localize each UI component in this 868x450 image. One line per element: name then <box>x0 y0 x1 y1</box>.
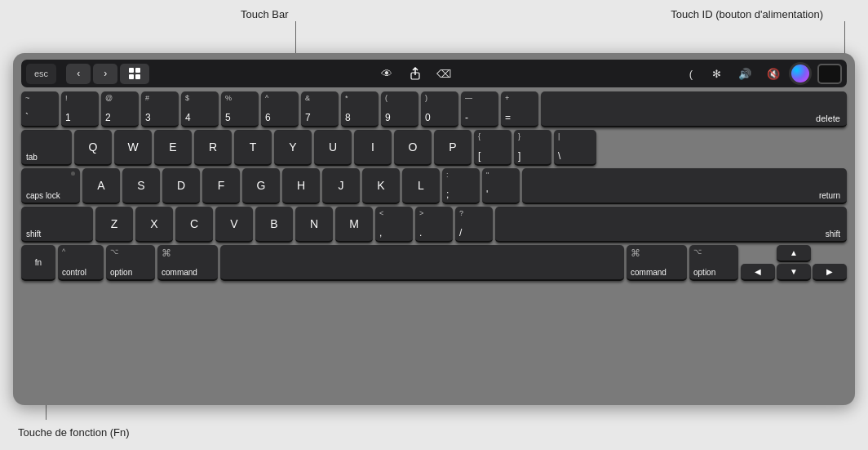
key-5[interactable]: % 5 <box>221 91 259 127</box>
tb-touchid-button[interactable] <box>817 64 842 84</box>
tb-back-icon[interactable]: ⌫ <box>431 64 457 84</box>
key-1[interactable]: ! 1 <box>61 91 99 127</box>
key-grave[interactable]: ~ ` <box>21 91 59 127</box>
key-delete[interactable]: delete <box>541 91 847 127</box>
tb-mute-icon[interactable]: 🔇 <box>760 64 786 84</box>
key-t[interactable]: T <box>234 130 272 166</box>
key-0[interactable]: ) 0 <box>421 91 458 127</box>
key-m[interactable]: M <box>335 207 373 243</box>
number-row: ~ ` ! 1 @ 2 # 3 $ 4 % 5 ^ 6 <box>21 91 847 127</box>
key-7[interactable]: & 7 <box>301 91 339 127</box>
key-a[interactable]: A <box>82 168 120 204</box>
keyboard-body: esc ‹ › 👁 ⌫ ( ✻ 🔊 🔇 ~ ` ! 1 <box>13 53 855 405</box>
tb-back-btn[interactable]: ‹ <box>66 64 91 84</box>
key-l[interactable]: L <box>402 168 440 204</box>
touch-id-label: Touch ID (bouton d'alimentation) <box>671 8 823 20</box>
key-q[interactable]: Q <box>74 130 112 166</box>
key-fn[interactable]: fn <box>21 245 55 281</box>
key-arrow-right[interactable]: ▶ <box>813 264 847 281</box>
zxcv-row: shift Z X C V B N M < , > . ? / shift <box>21 207 847 243</box>
key-option-right[interactable]: ⌥ option <box>689 245 738 281</box>
key-quote[interactable]: " ' <box>482 168 520 204</box>
key-arrow-down[interactable]: ▼ <box>777 264 811 281</box>
qwerty-row: tab Q W E R T Y U I O P { [ } ] | \ <box>21 130 847 166</box>
key-o[interactable]: O <box>394 130 432 166</box>
key-equals[interactable]: + = <box>501 91 538 127</box>
key-9[interactable]: ( 9 <box>381 91 418 127</box>
svg-rect-1 <box>135 68 140 73</box>
key-4[interactable]: $ 4 <box>181 91 219 127</box>
key-h[interactable]: H <box>282 168 320 204</box>
tb-chevron-icon[interactable]: ( <box>681 64 701 84</box>
tb-eye-icon[interactable]: 👁 <box>374 64 400 84</box>
key-r[interactable]: R <box>194 130 232 166</box>
key-3[interactable]: # 3 <box>141 91 179 127</box>
key-j[interactable]: J <box>322 168 360 204</box>
key-minus[interactable]: — - <box>461 91 498 127</box>
key-slash[interactable]: ? / <box>455 207 493 243</box>
tb-esc-key[interactable]: esc <box>26 64 56 84</box>
key-arrow-left[interactable]: ◀ <box>741 264 775 281</box>
tb-share-icon[interactable] <box>402 64 428 84</box>
key-y[interactable]: Y <box>274 130 312 166</box>
key-option-left[interactable]: ⌥ option <box>106 245 155 281</box>
bottom-row: fn ^ control ⌥ option ⌘ command ⌘ comman… <box>21 245 847 281</box>
key-arrow-up[interactable]: ▲ <box>777 245 811 262</box>
key-u[interactable]: U <box>314 130 352 166</box>
key-tab[interactable]: tab <box>21 130 72 166</box>
asdf-row: caps lock A S D F G H J K L : ; " ' retu… <box>21 168 847 204</box>
key-command-left[interactable]: ⌘ command <box>157 245 218 281</box>
key-2[interactable]: @ 2 <box>101 91 139 127</box>
key-shift-left[interactable]: shift <box>21 207 93 243</box>
key-6[interactable]: ^ 6 <box>261 91 299 127</box>
key-x[interactable]: X <box>135 207 173 243</box>
key-semicolon[interactable]: : ; <box>442 168 480 204</box>
key-return[interactable]: return <box>522 168 847 204</box>
key-c[interactable]: C <box>175 207 213 243</box>
key-g[interactable]: G <box>242 168 280 204</box>
key-n[interactable]: N <box>295 207 333 243</box>
key-e[interactable]: E <box>154 130 192 166</box>
key-p[interactable]: P <box>434 130 472 166</box>
key-control[interactable]: ^ control <box>58 245 104 281</box>
key-caps-lock[interactable]: caps lock <box>21 168 80 204</box>
key-period[interactable]: > . <box>415 207 453 243</box>
key-8[interactable]: * 8 <box>341 91 379 127</box>
arrow-keys-block: ▲ ◀ ▼ ▶ <box>741 245 847 281</box>
key-bracket-l[interactable]: { [ <box>474 130 512 166</box>
tb-app-switcher[interactable] <box>120 64 149 84</box>
key-k[interactable]: K <box>362 168 400 204</box>
key-i[interactable]: I <box>354 130 392 166</box>
touch-bar-annotation: Touch Bar <box>241 8 289 20</box>
key-w[interactable]: W <box>114 130 152 166</box>
key-s[interactable]: S <box>122 168 160 204</box>
touch-id-annotation: Touch ID (bouton d'alimentation) <box>671 8 823 20</box>
key-backslash[interactable]: | \ <box>554 130 596 166</box>
svg-rect-3 <box>135 74 140 79</box>
svg-rect-2 <box>129 74 134 79</box>
touch-bar: esc ‹ › 👁 ⌫ ( ✻ 🔊 🔇 <box>21 60 847 87</box>
key-comma[interactable]: < , <box>375 207 413 243</box>
tb-forward-btn[interactable]: › <box>93 64 117 84</box>
svg-rect-0 <box>129 68 134 73</box>
key-d[interactable]: D <box>162 168 200 204</box>
key-shift-right[interactable]: shift <box>495 207 847 243</box>
fn-label: Touche de fonction (Fn) <box>18 426 130 439</box>
tb-brightness-icon[interactable]: ✻ <box>703 64 729 84</box>
key-b[interactable]: B <box>255 207 293 243</box>
key-command-right[interactable]: ⌘ command <box>627 245 687 281</box>
key-z[interactable]: Z <box>95 207 133 243</box>
touch-bar-label: Touch Bar <box>241 8 289 20</box>
fn-annotation: Touche de fonction (Fn) <box>18 426 130 439</box>
tb-volume-icon[interactable]: 🔊 <box>732 64 758 84</box>
key-v[interactable]: V <box>215 207 253 243</box>
tb-siri-icon[interactable] <box>789 62 812 85</box>
key-space[interactable] <box>220 245 624 281</box>
key-bracket-r[interactable]: } ] <box>514 130 551 166</box>
key-f[interactable]: F <box>202 168 240 204</box>
